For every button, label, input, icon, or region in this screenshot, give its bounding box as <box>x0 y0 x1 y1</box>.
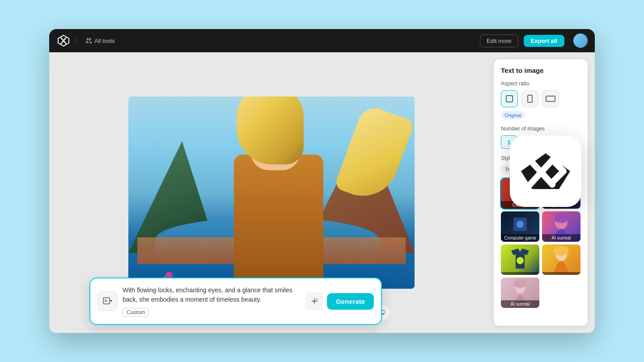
capcut-logo <box>519 151 572 191</box>
panel-title: Text to image <box>501 67 580 74</box>
app-logo[interactable] <box>56 34 71 48</box>
svg-point-10 <box>105 299 106 300</box>
svg-point-17 <box>517 221 524 228</box>
prompt-box: With flowing locks, enchanting eyes, and… <box>89 278 382 325</box>
svg-point-19 <box>554 214 568 223</box>
style-tshirt[interactable] <box>501 244 539 275</box>
header-divider <box>76 36 76 45</box>
user-avatar[interactable] <box>573 34 588 48</box>
generate-button[interactable]: Generate <box>327 293 374 310</box>
aspect-ratio-row <box>501 90 580 107</box>
girl-body <box>234 155 323 289</box>
style-computer-label: Computer game <box>501 234 539 242</box>
svg-point-3 <box>89 38 91 40</box>
header: All tools Edit more Export all <box>49 29 595 52</box>
sparkle-button[interactable] <box>305 292 323 310</box>
aspect-portrait-button[interactable] <box>521 90 538 107</box>
aspect-square-button[interactable] <box>501 90 518 107</box>
canvas-area: With flowing locks, enchanting eyes, and… <box>49 52 494 333</box>
num-images-label: Number of images <box>501 126 580 132</box>
aspect-ratio-label: Aspect ratio <box>501 80 580 87</box>
style-girl3-label: AI surreal <box>501 300 539 308</box>
capcut-logo-overlay <box>510 135 581 207</box>
main-image <box>128 97 415 289</box>
style-girl3[interactable]: AI surreal <box>501 278 539 308</box>
svg-point-22 <box>554 246 569 256</box>
prompt-container: With flowing locks, enchanting eyes, and… <box>89 278 382 325</box>
svg-line-9 <box>106 300 107 302</box>
main-content: With flowing locks, enchanting eyes, and… <box>49 52 595 333</box>
style-computer-game[interactable]: Computer game <box>501 211 539 242</box>
original-badge: Original <box>501 111 525 119</box>
custom-badge[interactable]: Custom <box>123 308 149 317</box>
style-ai-surreal[interactable]: AI surreal <box>542 211 580 242</box>
prompt-text-area: With flowing locks, enchanting eyes, and… <box>123 286 300 317</box>
style-tshirt-label <box>501 272 539 275</box>
prompt-text[interactable]: With flowing locks, enchanting eyes, and… <box>123 286 300 304</box>
export-all-button[interactable]: Export all <box>524 35 564 47</box>
style-girl2[interactable] <box>542 244 580 275</box>
aspect-landscape-button[interactable] <box>542 90 559 107</box>
style-ai-surreal-label: AI surreal <box>542 234 580 242</box>
svg-line-8 <box>105 300 106 302</box>
svg-point-4 <box>86 41 88 43</box>
all-tools-button[interactable]: All tools <box>82 36 119 46</box>
prompt-actions: Generate <box>305 292 374 310</box>
svg-point-20 <box>517 257 524 264</box>
app-window: All tools Edit more Export all <box>49 29 595 333</box>
edit-more-button[interactable]: Edit more <box>480 34 518 47</box>
style-girl2-label <box>542 272 580 275</box>
image-add-button[interactable] <box>97 291 117 311</box>
